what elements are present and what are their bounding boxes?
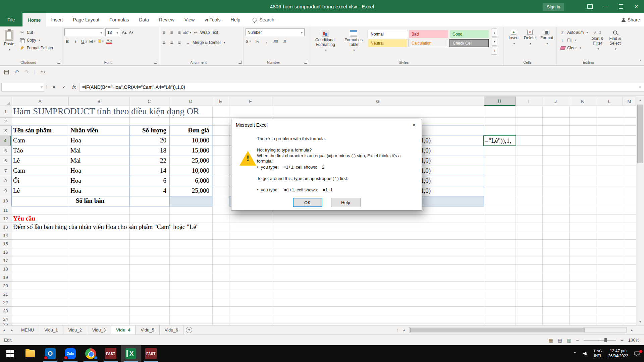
- number-format-combo[interactable]: Number: [246, 28, 305, 36]
- sheet-tab-Vidu_5[interactable]: Vidu_5: [136, 325, 159, 335]
- cell-C7[interactable]: 14: [129, 166, 169, 176]
- scroll-down-icon[interactable]: ▾: [636, 318, 644, 325]
- number-dialog-launcher[interactable]: [304, 61, 307, 64]
- column-header-K[interactable]: K: [569, 97, 596, 106]
- cell-style-check-cell[interactable]: Check Cell: [449, 39, 489, 47]
- align-top-icon[interactable]: [161, 30, 167, 35]
- clear-button[interactable]: Clear: [559, 44, 589, 52]
- cell-B6[interactable]: Mai: [69, 156, 81, 166]
- delete-cells-button[interactable]: ×Delete: [522, 28, 538, 47]
- expand-formula-bar-icon[interactable]: ▾: [636, 83, 644, 92]
- hscroll-left-icon[interactable]: ◂: [400, 325, 408, 335]
- cell-D4[interactable]: 10,000: [169, 136, 212, 146]
- tab-review[interactable]: Review: [154, 13, 179, 26]
- format-as-table-button[interactable]: Format as Table: [341, 28, 366, 53]
- minimize-icon[interactable]: [598, 0, 613, 13]
- cell-A7[interactable]: Cam: [11, 166, 25, 176]
- normal-view-icon[interactable]: ▦: [549, 338, 553, 343]
- customize-qat-icon[interactable]: ≡: [40, 69, 46, 75]
- copy-button[interactable]: Copy: [18, 36, 54, 44]
- conditional-formatting-button[interactable]: Conditional Formatting: [311, 28, 339, 53]
- cell-C5[interactable]: 18: [129, 146, 169, 156]
- cell-B8[interactable]: Hoa: [69, 176, 81, 186]
- row-header-7[interactable]: 7: [0, 166, 11, 176]
- underline-button[interactable]: U: [81, 39, 87, 44]
- cell-A13[interactable]: Đếm số lần bán hàng của nhân viên Hoa ch…: [11, 223, 199, 231]
- sheet-tab-Vidu_6[interactable]: Vidu_6: [160, 325, 183, 335]
- cell-B9[interactable]: Hoa: [69, 186, 81, 196]
- row-header-5[interactable]: 5: [0, 146, 11, 156]
- row-header-1[interactable]: 1: [0, 106, 11, 118]
- cell-A1[interactable]: Hàm SUMPRODUCT tính theo điều kiện dạng …: [11, 106, 199, 118]
- cell-A10[interactable]: Số lần bán: [11, 196, 169, 206]
- row-header-2[interactable]: 2: [0, 118, 11, 126]
- hscroll-right-icon[interactable]: ▸: [628, 325, 636, 335]
- row-header-3[interactable]: 3: [0, 126, 11, 136]
- font-name-combo[interactable]: [64, 28, 104, 36]
- ribbon-display-options-icon[interactable]: [582, 0, 598, 13]
- volume-icon[interactable]: [580, 351, 591, 356]
- cell-A12[interactable]: Yêu cầu: [11, 215, 68, 223]
- chrome-button[interactable]: [80, 345, 101, 362]
- cell-D6[interactable]: 25,000: [169, 156, 212, 166]
- insert-function-icon[interactable]: fx: [69, 84, 79, 90]
- cell-C6[interactable]: 22: [129, 156, 169, 166]
- sheet-tab-Vidu_3[interactable]: Vidu_3: [87, 325, 111, 335]
- row-header-20[interactable]: 20: [0, 282, 11, 290]
- excel-button[interactable]: [121, 345, 141, 362]
- undo-icon[interactable]: [13, 69, 19, 75]
- column-header-M[interactable]: M: [623, 97, 636, 106]
- sheet-nav-right-icon[interactable]: ▸: [8, 325, 16, 335]
- clock[interactable]: 12:47 pm 26/04/2022: [605, 349, 631, 359]
- column-header-J[interactable]: J: [542, 97, 569, 106]
- zoom-slider-thumb[interactable]: [604, 338, 607, 342]
- decrease-font-icon[interactable]: A▾: [128, 30, 134, 35]
- column-header-B[interactable]: B: [69, 97, 129, 106]
- column-header-D[interactable]: D: [169, 97, 212, 106]
- cell-A3[interactable]: Tên sản phẩm: [11, 126, 52, 136]
- column-header-L[interactable]: L: [596, 97, 623, 106]
- horizontal-scroll-thumb[interactable]: [410, 328, 585, 332]
- cell-C9[interactable]: 4: [129, 186, 169, 196]
- cell-style-good[interactable]: Good: [449, 30, 489, 38]
- sheet-nav-left-icon[interactable]: ◂: [0, 325, 8, 335]
- orientation-icon[interactable]: ab⤴: [184, 30, 190, 35]
- tab-view[interactable]: View: [179, 13, 200, 26]
- select-all-corner[interactable]: [0, 97, 11, 106]
- tab-insert[interactable]: Insert: [46, 13, 68, 26]
- sort-filter-button[interactable]: Sort & Filter: [589, 28, 606, 52]
- redo-icon[interactable]: [24, 69, 30, 75]
- column-header-G[interactable]: G: [272, 97, 484, 106]
- font-color-icon[interactable]: A: [106, 39, 112, 44]
- format-painter-button[interactable]: Format Painter: [18, 44, 54, 52]
- cell-D5[interactable]: 15,000: [169, 146, 212, 156]
- zoom-slider[interactable]: [584, 340, 616, 341]
- cell-C3[interactable]: Số lượng: [129, 126, 169, 136]
- cell-D7[interactable]: 10,000: [169, 166, 212, 176]
- share-button[interactable]: Share: [622, 13, 640, 26]
- vertical-scrollbar[interactable]: ▴ ▾: [636, 97, 644, 325]
- find-select-button[interactable]: Find & Select: [606, 28, 624, 52]
- merge-center-button[interactable]: Merge & Center: [184, 39, 226, 46]
- enter-icon[interactable]: [59, 83, 69, 92]
- cut-button[interactable]: Cut: [18, 28, 54, 36]
- action-center-icon[interactable]: [631, 351, 644, 357]
- cell-B4[interactable]: Hoa: [69, 136, 81, 146]
- font-dialog-launcher[interactable]: [154, 61, 157, 64]
- align-left-icon[interactable]: [161, 40, 167, 45]
- align-bottom-icon[interactable]: [176, 30, 182, 35]
- italic-button[interactable]: I: [73, 39, 78, 44]
- cell-A5[interactable]: Táo: [11, 146, 23, 156]
- row-header-9[interactable]: 9: [0, 186, 11, 196]
- row-header-17[interactable]: 17: [0, 256, 11, 265]
- align-middle-icon[interactable]: [169, 30, 174, 35]
- format-cells-button[interactable]: ▦Format: [538, 28, 555, 47]
- row-header-14[interactable]: 14: [0, 231, 11, 240]
- sheet-tab-Vidu_4[interactable]: Vidu_4: [111, 325, 136, 335]
- insert-cells-button[interactable]: +Insert: [506, 28, 521, 47]
- tab-file[interactable]: File: [0, 13, 22, 26]
- sign-in-button[interactable]: Sign in: [543, 3, 564, 11]
- collapse-ribbon-icon[interactable]: ⌃: [639, 60, 642, 64]
- zalo-button[interactable]: [60, 345, 80, 362]
- page-layout-view-icon[interactable]: ▤: [558, 338, 562, 343]
